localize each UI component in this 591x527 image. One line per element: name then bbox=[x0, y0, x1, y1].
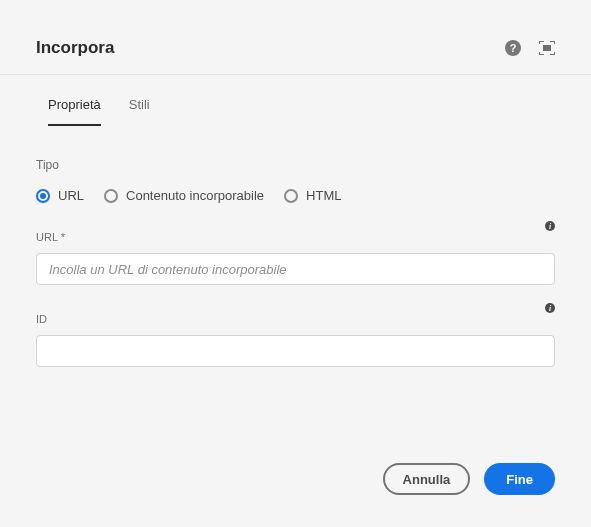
type-label: Tipo bbox=[36, 158, 555, 172]
info-icon[interactable]: i bbox=[545, 221, 555, 231]
tab-styles[interactable]: Stili bbox=[129, 97, 150, 126]
dialog-header: Incorpora ? bbox=[0, 0, 591, 75]
radio-embeddable[interactable]: Contenuto incorporabile bbox=[104, 188, 264, 203]
header-icons: ? bbox=[505, 40, 555, 56]
tab-properties[interactable]: Proprietà bbox=[48, 97, 101, 126]
radio-url-label: URL bbox=[58, 188, 84, 203]
radio-embeddable-label: Contenuto incorporabile bbox=[126, 188, 264, 203]
url-label: URL * bbox=[36, 231, 555, 243]
svg-rect-0 bbox=[543, 45, 551, 51]
dialog-content: Proprietà Stili Tipo URL Contenuto incor… bbox=[0, 75, 591, 439]
tabs: Proprietà Stili bbox=[36, 75, 555, 126]
type-radio-group: URL Contenuto incorporabile HTML bbox=[36, 188, 555, 203]
id-label: ID bbox=[36, 313, 555, 325]
done-button[interactable]: Fine bbox=[484, 463, 555, 495]
info-icon[interactable]: i bbox=[545, 303, 555, 313]
url-input[interactable] bbox=[36, 253, 555, 285]
fullscreen-icon[interactable] bbox=[539, 41, 555, 55]
radio-html-circle bbox=[284, 189, 298, 203]
url-field-wrapper: i URL * bbox=[36, 231, 555, 285]
id-field-wrapper: i ID bbox=[36, 313, 555, 367]
radio-embeddable-circle bbox=[104, 189, 118, 203]
radio-html-label: HTML bbox=[306, 188, 341, 203]
radio-url-circle bbox=[36, 189, 50, 203]
dialog-title: Incorpora bbox=[36, 38, 114, 58]
id-input[interactable] bbox=[36, 335, 555, 367]
embed-dialog: Incorpora ? Proprietà Stili Tipo URL bbox=[0, 0, 591, 527]
cancel-button[interactable]: Annulla bbox=[383, 463, 471, 495]
dialog-footer: Annulla Fine bbox=[0, 439, 591, 527]
radio-url[interactable]: URL bbox=[36, 188, 84, 203]
radio-html[interactable]: HTML bbox=[284, 188, 341, 203]
help-icon[interactable]: ? bbox=[505, 40, 521, 56]
